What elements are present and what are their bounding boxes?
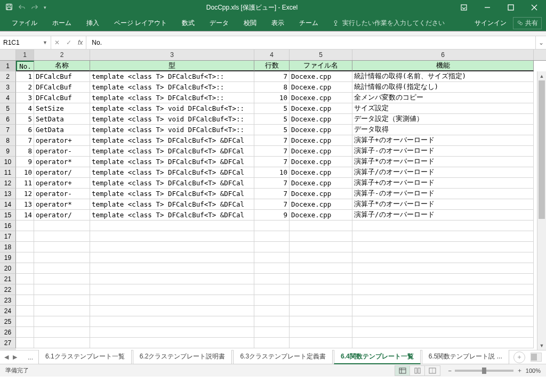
zoom-in-button[interactable]: ＋ bbox=[517, 366, 523, 374]
ribbon-tab-6[interactable]: 校閲 bbox=[236, 16, 264, 30]
cell[interactable] bbox=[16, 231, 34, 242]
cell[interactable]: operator* bbox=[34, 157, 90, 167]
ribbon-tab-1[interactable]: ホーム bbox=[45, 16, 79, 30]
cell[interactable] bbox=[16, 274, 34, 284]
row-header[interactable]: 24 bbox=[0, 306, 16, 316]
signin-link[interactable]: サインイン bbox=[475, 19, 507, 28]
cell[interactable]: データ設定（実測値） bbox=[352, 114, 534, 125]
expand-formula-icon[interactable]: ⌄ bbox=[535, 36, 546, 49]
row-header[interactable]: 19 bbox=[0, 252, 16, 263]
cell[interactable] bbox=[34, 274, 90, 284]
cell[interactable]: 7 bbox=[254, 157, 290, 167]
cell[interactable]: operator+ bbox=[34, 178, 90, 189]
cell[interactable]: Docexe.cpp bbox=[290, 210, 352, 220]
cell[interactable]: 9 bbox=[16, 157, 34, 167]
cell[interactable]: データ取得 bbox=[352, 125, 534, 135]
cell[interactable]: operator- bbox=[34, 146, 90, 157]
cell[interactable]: 5 bbox=[254, 103, 290, 114]
cell[interactable] bbox=[352, 338, 534, 348]
row-header[interactable]: 9 bbox=[0, 146, 16, 157]
horizontal-scrollbar[interactable] bbox=[531, 353, 542, 362]
cell[interactable]: 12 bbox=[16, 189, 34, 199]
table-header-cell[interactable]: 型 bbox=[90, 61, 254, 71]
cell[interactable] bbox=[34, 231, 90, 242]
cell[interactable]: Docexe.cpp bbox=[290, 114, 352, 125]
sheet-tab[interactable]: 6.4関数テンプレート一覧 bbox=[334, 350, 421, 364]
cell[interactable] bbox=[290, 252, 352, 263]
cell[interactable] bbox=[34, 252, 90, 263]
cell[interactable]: 演算子/のオーバーロード bbox=[352, 210, 534, 220]
row-header[interactable]: 14 bbox=[0, 199, 16, 210]
cell[interactable]: template <class T> DFCalcBuf<T> &DFCal bbox=[90, 189, 254, 199]
cell[interactable]: 演算子*のオーバーロード bbox=[352, 199, 534, 210]
cell[interactable]: template <class T> DFCalcBuf<T>:: bbox=[90, 93, 254, 103]
cell[interactable]: 統計情報の取得(名前、サイズ指定) bbox=[352, 71, 534, 82]
cell[interactable]: 13 bbox=[16, 199, 34, 210]
cell[interactable]: 5 bbox=[254, 125, 290, 135]
cell[interactable]: 3 bbox=[16, 93, 34, 103]
table-header-cell[interactable]: 行数 bbox=[254, 61, 290, 71]
select-all-corner[interactable] bbox=[0, 50, 16, 60]
cell[interactable] bbox=[254, 242, 290, 252]
cell[interactable]: 9 bbox=[254, 210, 290, 220]
cell[interactable]: 7 bbox=[254, 189, 290, 199]
cell[interactable]: 演算子+のオーバーロード bbox=[352, 178, 534, 189]
sheet-tab[interactable]: 6.1クラステンプレート一覧 bbox=[38, 350, 132, 364]
cell[interactable] bbox=[90, 242, 254, 252]
cell[interactable] bbox=[16, 327, 34, 338]
cell[interactable] bbox=[290, 306, 352, 316]
cell[interactable] bbox=[254, 338, 290, 348]
cell[interactable]: Docexe.cpp bbox=[290, 146, 352, 157]
vertical-scrollbar[interactable]: ▲ ▼ bbox=[537, 71, 546, 350]
cell[interactable]: 4 bbox=[16, 103, 34, 114]
cell[interactable] bbox=[90, 338, 254, 348]
cell[interactable] bbox=[254, 306, 290, 316]
zoom-slider[interactable] bbox=[455, 370, 513, 372]
cell[interactable] bbox=[34, 242, 90, 252]
cell[interactable] bbox=[254, 316, 290, 327]
ribbon-tab-3[interactable]: ページ レイアウト bbox=[107, 16, 174, 30]
maximize-icon[interactable] bbox=[499, 0, 523, 15]
cell[interactable]: 全メンバ変数のコピー bbox=[352, 93, 534, 103]
name-box[interactable]: R1C1 ▼ bbox=[0, 36, 51, 49]
cell[interactable]: template <class T> DFCalcBuf<T>:: bbox=[90, 82, 254, 93]
cell[interactable] bbox=[34, 295, 90, 306]
cell[interactable]: operator- bbox=[34, 189, 90, 199]
fx-icon[interactable]: fx bbox=[78, 39, 83, 46]
cell[interactable] bbox=[290, 284, 352, 295]
row-header[interactable]: 27 bbox=[0, 338, 16, 348]
ribbon-tab-5[interactable]: データ bbox=[202, 16, 236, 30]
cell[interactable] bbox=[254, 263, 290, 274]
cell[interactable]: 10 bbox=[254, 167, 290, 178]
cell[interactable] bbox=[290, 231, 352, 242]
save-icon[interactable] bbox=[5, 3, 13, 12]
cell[interactable]: 11 bbox=[16, 178, 34, 189]
cell[interactable]: template <class T> DFCalcBuf<T> &DFCal bbox=[90, 135, 254, 146]
sheet-tab[interactable]: 6.5関数テンプレート説 ... bbox=[422, 350, 509, 364]
row-header[interactable]: 18 bbox=[0, 242, 16, 252]
cell[interactable]: Docexe.cpp bbox=[290, 157, 352, 167]
column-header[interactable]: 3 bbox=[90, 50, 254, 60]
chevron-down-icon[interactable]: ▼ bbox=[43, 40, 47, 45]
cell[interactable]: 5 bbox=[16, 114, 34, 125]
new-sheet-button[interactable]: ＋ bbox=[513, 352, 525, 363]
cell[interactable]: template <class T> void DFCalcBuf<T>:: bbox=[90, 114, 254, 125]
tab-overflow-left[interactable]: ... bbox=[23, 352, 37, 363]
row-header[interactable]: 22 bbox=[0, 284, 16, 295]
zoom-out-button[interactable]: − bbox=[448, 368, 451, 374]
cell[interactable]: Docexe.cpp bbox=[290, 189, 352, 199]
row-header[interactable]: 11 bbox=[0, 167, 16, 178]
cell[interactable]: template <class T> DFCalcBuf<T> &DFCal bbox=[90, 178, 254, 189]
cell[interactable] bbox=[352, 263, 534, 274]
cell[interactable] bbox=[90, 220, 254, 231]
cell[interactable]: 7 bbox=[254, 199, 290, 210]
sheet-tab[interactable]: 6.2クラステンプレート説明書 bbox=[133, 350, 232, 364]
cell[interactable] bbox=[352, 327, 534, 338]
row-header[interactable]: 15 bbox=[0, 210, 16, 220]
cell[interactable] bbox=[290, 295, 352, 306]
cell[interactable]: 10 bbox=[254, 93, 290, 103]
cell[interactable] bbox=[254, 327, 290, 338]
share-button[interactable]: 共有 bbox=[513, 17, 542, 29]
cell[interactable] bbox=[34, 220, 90, 231]
cell[interactable]: 14 bbox=[16, 210, 34, 220]
